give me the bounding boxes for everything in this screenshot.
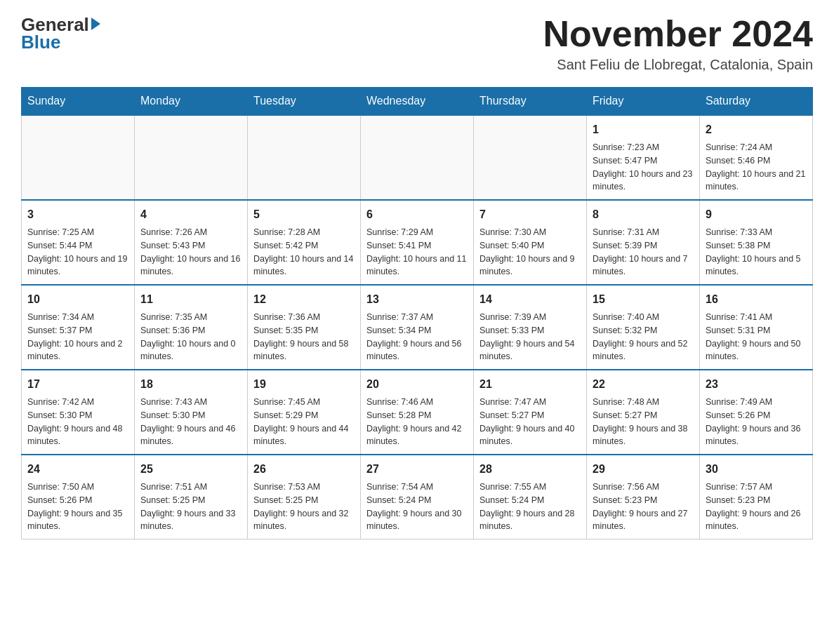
day-number: 13 xyxy=(366,291,468,308)
logo: General Blue xyxy=(21,14,100,53)
location-subtitle: Sant Feliu de Llobregat, Catalonia, Spai… xyxy=(543,57,813,73)
day-number: 27 xyxy=(366,461,468,478)
table-row xyxy=(361,115,474,200)
day-info: Sunrise: 7:46 AMSunset: 5:28 PMDaylight:… xyxy=(366,396,468,448)
day-number: 21 xyxy=(479,376,581,393)
day-number: 18 xyxy=(140,376,241,393)
day-info: Sunrise: 7:48 AMSunset: 5:27 PMDaylight:… xyxy=(593,396,694,448)
table-row: 10Sunrise: 7:34 AMSunset: 5:37 PMDayligh… xyxy=(22,285,135,370)
day-info: Sunrise: 7:26 AMSunset: 5:43 PMDaylight:… xyxy=(140,226,241,279)
day-info: Sunrise: 7:31 AMSunset: 5:39 PMDaylight:… xyxy=(593,226,694,279)
table-row xyxy=(22,115,135,200)
table-row: 19Sunrise: 7:45 AMSunset: 5:29 PMDayligh… xyxy=(248,370,361,455)
logo-arrow-icon xyxy=(91,18,100,30)
table-row: 5Sunrise: 7:28 AMSunset: 5:42 PMDaylight… xyxy=(248,200,361,285)
table-row: 8Sunrise: 7:31 AMSunset: 5:39 PMDaylight… xyxy=(587,200,700,285)
day-info: Sunrise: 7:49 AMSunset: 5:26 PMDaylight:… xyxy=(706,396,807,448)
day-info: Sunrise: 7:42 AMSunset: 5:30 PMDaylight:… xyxy=(27,396,128,448)
table-row: 13Sunrise: 7:37 AMSunset: 5:34 PMDayligh… xyxy=(361,285,474,370)
day-number: 2 xyxy=(706,121,807,138)
col-thursday: Thursday xyxy=(474,88,587,116)
day-info: Sunrise: 7:25 AMSunset: 5:44 PMDaylight:… xyxy=(27,226,128,279)
table-row: 24Sunrise: 7:50 AMSunset: 5:26 PMDayligh… xyxy=(22,455,135,539)
table-row: 2Sunrise: 7:24 AMSunset: 5:46 PMDaylight… xyxy=(700,115,813,200)
table-row: 25Sunrise: 7:51 AMSunset: 5:25 PMDayligh… xyxy=(135,455,248,539)
col-tuesday: Tuesday xyxy=(248,88,361,116)
table-row: 11Sunrise: 7:35 AMSunset: 5:36 PMDayligh… xyxy=(135,285,248,370)
day-number: 1 xyxy=(593,121,694,138)
table-row: 6Sunrise: 7:29 AMSunset: 5:41 PMDaylight… xyxy=(361,200,474,285)
table-row: 1Sunrise: 7:23 AMSunset: 5:47 PMDaylight… xyxy=(587,115,700,200)
calendar-week-row: 10Sunrise: 7:34 AMSunset: 5:37 PMDayligh… xyxy=(22,285,813,370)
day-number: 22 xyxy=(593,376,694,393)
day-info: Sunrise: 7:30 AMSunset: 5:40 PMDaylight:… xyxy=(479,226,581,279)
col-saturday: Saturday xyxy=(700,88,813,116)
day-info: Sunrise: 7:41 AMSunset: 5:31 PMDaylight:… xyxy=(706,311,807,363)
day-number: 9 xyxy=(706,206,807,223)
day-number: 7 xyxy=(479,206,581,223)
col-monday: Monday xyxy=(135,88,248,116)
day-info: Sunrise: 7:39 AMSunset: 5:33 PMDaylight:… xyxy=(479,311,581,363)
calendar-week-row: 3Sunrise: 7:25 AMSunset: 5:44 PMDaylight… xyxy=(22,200,813,285)
day-number: 29 xyxy=(593,461,694,478)
day-info: Sunrise: 7:57 AMSunset: 5:23 PMDaylight:… xyxy=(706,481,807,533)
table-row xyxy=(135,115,248,200)
table-row: 18Sunrise: 7:43 AMSunset: 5:30 PMDayligh… xyxy=(135,370,248,455)
day-number: 25 xyxy=(140,461,241,478)
col-wednesday: Wednesday xyxy=(361,88,474,116)
day-number: 24 xyxy=(27,461,128,478)
col-friday: Friday xyxy=(587,88,700,116)
day-number: 16 xyxy=(706,291,807,308)
col-sunday: Sunday xyxy=(22,88,135,116)
table-row: 20Sunrise: 7:46 AMSunset: 5:28 PMDayligh… xyxy=(361,370,474,455)
title-block: November 2024 Sant Feliu de Llobregat, C… xyxy=(543,14,813,73)
table-row: 4Sunrise: 7:26 AMSunset: 5:43 PMDaylight… xyxy=(135,200,248,285)
day-number: 28 xyxy=(479,461,581,478)
day-info: Sunrise: 7:47 AMSunset: 5:27 PMDaylight:… xyxy=(479,396,581,448)
day-number: 12 xyxy=(253,291,355,308)
table-row: 17Sunrise: 7:42 AMSunset: 5:30 PMDayligh… xyxy=(22,370,135,455)
day-info: Sunrise: 7:24 AMSunset: 5:46 PMDaylight:… xyxy=(706,141,807,194)
logo-blue: Blue xyxy=(21,32,60,53)
day-number: 3 xyxy=(27,206,128,223)
day-info: Sunrise: 7:37 AMSunset: 5:34 PMDaylight:… xyxy=(366,311,468,363)
table-row: 12Sunrise: 7:36 AMSunset: 5:35 PMDayligh… xyxy=(248,285,361,370)
day-info: Sunrise: 7:53 AMSunset: 5:25 PMDaylight:… xyxy=(253,481,355,533)
table-row: 14Sunrise: 7:39 AMSunset: 5:33 PMDayligh… xyxy=(474,285,587,370)
day-info: Sunrise: 7:28 AMSunset: 5:42 PMDaylight:… xyxy=(253,226,355,279)
day-number: 8 xyxy=(593,206,694,223)
table-row: 30Sunrise: 7:57 AMSunset: 5:23 PMDayligh… xyxy=(700,455,813,539)
table-row: 16Sunrise: 7:41 AMSunset: 5:31 PMDayligh… xyxy=(700,285,813,370)
table-row: 26Sunrise: 7:53 AMSunset: 5:25 PMDayligh… xyxy=(248,455,361,539)
day-info: Sunrise: 7:45 AMSunset: 5:29 PMDaylight:… xyxy=(253,396,355,448)
table-row: 23Sunrise: 7:49 AMSunset: 5:26 PMDayligh… xyxy=(700,370,813,455)
day-info: Sunrise: 7:34 AMSunset: 5:37 PMDaylight:… xyxy=(27,311,128,363)
calendar-week-row: 17Sunrise: 7:42 AMSunset: 5:30 PMDayligh… xyxy=(22,370,813,455)
day-number: 26 xyxy=(253,461,355,478)
table-row: 3Sunrise: 7:25 AMSunset: 5:44 PMDaylight… xyxy=(22,200,135,285)
day-info: Sunrise: 7:56 AMSunset: 5:23 PMDaylight:… xyxy=(593,481,694,533)
calendar-week-row: 24Sunrise: 7:50 AMSunset: 5:26 PMDayligh… xyxy=(22,455,813,539)
day-number: 23 xyxy=(706,376,807,393)
day-info: Sunrise: 7:54 AMSunset: 5:24 PMDaylight:… xyxy=(366,481,468,533)
day-number: 14 xyxy=(479,291,581,308)
month-title: November 2024 xyxy=(543,14,813,54)
day-info: Sunrise: 7:55 AMSunset: 5:24 PMDaylight:… xyxy=(479,481,581,533)
day-info: Sunrise: 7:51 AMSunset: 5:25 PMDaylight:… xyxy=(140,481,241,533)
day-number: 11 xyxy=(140,291,241,308)
table-row: 15Sunrise: 7:40 AMSunset: 5:32 PMDayligh… xyxy=(587,285,700,370)
table-row: 28Sunrise: 7:55 AMSunset: 5:24 PMDayligh… xyxy=(474,455,587,539)
day-info: Sunrise: 7:40 AMSunset: 5:32 PMDaylight:… xyxy=(593,311,694,363)
table-row: 27Sunrise: 7:54 AMSunset: 5:24 PMDayligh… xyxy=(361,455,474,539)
table-row: 21Sunrise: 7:47 AMSunset: 5:27 PMDayligh… xyxy=(474,370,587,455)
day-number: 15 xyxy=(593,291,694,308)
table-row xyxy=(248,115,361,200)
page-header: General Blue November 2024 Sant Feliu de… xyxy=(21,14,813,73)
day-number: 10 xyxy=(27,291,128,308)
table-row: 7Sunrise: 7:30 AMSunset: 5:40 PMDaylight… xyxy=(474,200,587,285)
day-info: Sunrise: 7:43 AMSunset: 5:30 PMDaylight:… xyxy=(140,396,241,448)
day-info: Sunrise: 7:50 AMSunset: 5:26 PMDaylight:… xyxy=(27,481,128,533)
day-info: Sunrise: 7:36 AMSunset: 5:35 PMDaylight:… xyxy=(253,311,355,363)
day-number: 20 xyxy=(366,376,468,393)
day-info: Sunrise: 7:33 AMSunset: 5:38 PMDaylight:… xyxy=(706,226,807,279)
